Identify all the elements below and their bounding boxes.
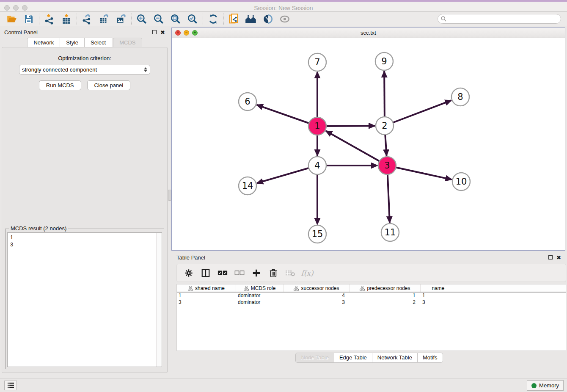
unselect-all-columns-button[interactable]: [232, 266, 247, 280]
columns-icon: [201, 268, 210, 278]
delete-table-button[interactable]: [283, 266, 298, 280]
function-builder-button[interactable]: f(x): [300, 266, 315, 280]
zoom-in-icon: [136, 14, 147, 25]
column-header-label: name: [432, 285, 444, 291]
network-maximize-button[interactable]: +: [192, 30, 198, 36]
close-table-panel-icon[interactable]: ✖: [556, 255, 561, 260]
export-network-button[interactable]: [79, 13, 96, 25]
graph-node-label-15: 15: [312, 229, 323, 239]
new-network-from-selection-button[interactable]: [226, 13, 242, 25]
network-window-titlebar[interactable]: ✕ − + scc.txt: [172, 28, 565, 38]
network-graph[interactable]: 7968124314101511: [172, 39, 565, 251]
graph-node-label-3: 3: [384, 160, 390, 171]
run-mcds-button[interactable]: Run MCDS: [39, 80, 81, 90]
criterion-value: strongly connected component: [22, 66, 97, 73]
delete-column-button[interactable]: [266, 266, 281, 280]
table-cell[interactable]: dominator: [236, 299, 284, 306]
node-table[interactable]: shared nameMCDS rolesuccessor nodesprede…: [176, 284, 566, 351]
open-folder-icon: [6, 14, 17, 25]
graph-edge-3-1[interactable]: [326, 131, 387, 166]
search-input[interactable]: [447, 14, 561, 23]
tab-edge-table[interactable]: Edge Table: [334, 353, 372, 363]
zoom-in-button[interactable]: [133, 13, 150, 25]
export-table-button[interactable]: [96, 13, 113, 25]
close-panel-button[interactable]: Close panel: [87, 80, 131, 90]
table-cell[interactable]: 3: [421, 299, 456, 306]
toolbar-separator: [131, 14, 132, 25]
graph-node-label-14: 14: [242, 181, 253, 191]
table-settings-button[interactable]: [181, 266, 196, 280]
control-panel-header: Control Panel ✖: [0, 27, 169, 38]
mcds-result-title: MCDS result (2 nodes): [9, 225, 68, 232]
tab-motifs[interactable]: Motifs: [417, 353, 443, 363]
zoom-out-button[interactable]: [150, 13, 167, 25]
list-icon: [7, 382, 14, 389]
create-column-button[interactable]: [249, 266, 264, 280]
memory-button[interactable]: Memory: [527, 380, 564, 391]
tab-mcds[interactable]: MCDS: [113, 38, 142, 47]
network-minimize-button[interactable]: −: [184, 30, 189, 36]
select-stepper-icon: [144, 67, 147, 72]
table-cell[interactable]: 1: [350, 293, 421, 299]
graph-edge-2-8[interactable]: [385, 100, 451, 126]
column-header[interactable]: shared name: [177, 284, 236, 292]
apply-layout-button[interactable]: [205, 13, 222, 25]
table-row[interactable]: 1dominator411: [177, 293, 566, 299]
show-hide-graphics-button[interactable]: [276, 13, 293, 25]
float-panel-icon[interactable]: [152, 30, 157, 34]
result-scrollbar[interactable]: [156, 233, 162, 367]
task-history-button[interactable]: [4, 381, 17, 390]
export-network-icon: [82, 14, 93, 25]
table-cell[interactable]: 4: [284, 293, 350, 299]
panel-splitter-handle[interactable]: [168, 190, 171, 201]
select-all-columns-button[interactable]: [215, 266, 230, 280]
export-image-button[interactable]: [113, 13, 129, 25]
criterion-select[interactable]: strongly connected component: [19, 65, 150, 75]
mcds-result-group: MCDS result (2 nodes) 1 3: [5, 229, 164, 369]
network-canvas[interactable]: 7968124314101511: [172, 39, 565, 250]
table-cell[interactable]: dominator: [236, 293, 284, 299]
network-window-title: scc.txt: [361, 30, 376, 36]
table-cell[interactable]: 2: [350, 299, 421, 306]
tab-select[interactable]: Select: [84, 38, 112, 47]
tab-network[interactable]: Network: [27, 38, 60, 47]
column-header[interactable]: predecessor nodes: [350, 284, 421, 292]
apply-style-button[interactable]: [259, 13, 276, 25]
search-box[interactable]: [438, 14, 561, 24]
attribute-type-icon: [360, 286, 365, 291]
table-cell[interactable]: 3: [284, 299, 350, 306]
graph-edge-1-6[interactable]: [257, 105, 317, 126]
column-header[interactable]: successor nodes: [284, 284, 350, 292]
zoom-fit-button[interactable]: [167, 13, 184, 25]
import-network-button[interactable]: [41, 13, 58, 25]
table-cell[interactable]: 3: [177, 299, 236, 306]
graph-edge-3-10[interactable]: [387, 166, 452, 179]
import-table-button[interactable]: [58, 13, 75, 25]
table-cell[interactable]: 1: [177, 293, 236, 299]
column-header[interactable]: MCDS role: [236, 284, 284, 292]
mcds-result-text[interactable]: 1 3: [7, 232, 162, 367]
network-file-icon: [228, 13, 240, 25]
graph-node-label-9: 9: [381, 56, 387, 66]
tab-network-table[interactable]: Network Table: [372, 353, 417, 363]
column-header[interactable]: name: [421, 284, 456, 292]
save-session-button[interactable]: [20, 13, 37, 25]
control-panel: Control Panel ✖ Network Style Select MCD…: [0, 27, 169, 378]
table-cell[interactable]: 1: [421, 293, 456, 299]
attribute-type-icon: [244, 286, 249, 291]
tab-node-table[interactable]: Node Table: [295, 353, 334, 363]
table-row[interactable]: 3dominator323: [177, 299, 566, 306]
network-close-button[interactable]: ✕: [175, 30, 181, 36]
show-column-button[interactable]: [198, 266, 213, 280]
table-panel: Table Panel ✖: [171, 252, 567, 377]
close-panel-icon[interactable]: ✖: [160, 30, 165, 35]
zoom-selected-button[interactable]: [184, 13, 201, 25]
delete-table-icon: [285, 269, 295, 277]
home-button[interactable]: [242, 13, 259, 25]
graph-edge-4-14[interactable]: [257, 166, 317, 183]
open-session-button[interactable]: [3, 13, 20, 25]
export-table-icon: [99, 14, 110, 25]
tab-style[interactable]: Style: [60, 38, 84, 47]
table-panel-title: Table Panel: [176, 254, 205, 261]
float-table-panel-icon[interactable]: [548, 255, 553, 259]
